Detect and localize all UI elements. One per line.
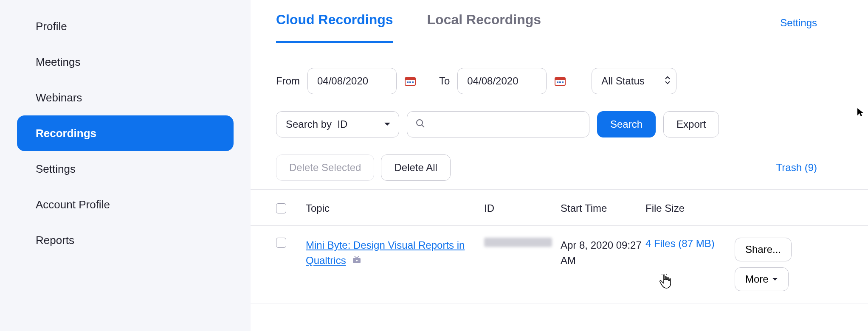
svg-rect-6 bbox=[555, 78, 565, 80]
header-start-time: Start Time bbox=[561, 202, 645, 214]
delete-all-button[interactable]: Delete All bbox=[381, 154, 450, 181]
table-header: Topic ID Start Time File Size bbox=[251, 189, 868, 226]
svg-line-15 bbox=[666, 274, 667, 275]
settings-link[interactable]: Settings bbox=[780, 4, 843, 29]
filters: From To bbox=[251, 43, 868, 137]
select-all-checkbox[interactable] bbox=[276, 203, 286, 213]
sidebar-item-recordings[interactable]: Recordings bbox=[17, 115, 234, 151]
bulk-actions-row: Delete Selected Delete All Trash (9) bbox=[251, 137, 868, 189]
sidebar: Profile Meetings Webinars Recordings Set… bbox=[0, 0, 251, 331]
recording-topic-link[interactable]: Mini Byte: Design Visual Reports in Qual… bbox=[306, 239, 465, 266]
tv-icon bbox=[352, 255, 361, 266]
sidebar-item-account-profile[interactable]: Account Profile bbox=[17, 187, 234, 222]
svg-line-11 bbox=[422, 125, 424, 127]
search-filter-row: Search Export bbox=[276, 111, 843, 137]
recording-file-size-link[interactable]: 4 Files (87 MB) bbox=[645, 238, 715, 249]
tabbar: Cloud Recordings Local Recordings Settin… bbox=[251, 4, 868, 43]
caret-down-icon bbox=[772, 278, 778, 281]
cursor-hand-icon bbox=[658, 274, 673, 292]
searchby-select-wrap bbox=[276, 111, 399, 137]
from-label: From bbox=[276, 75, 300, 87]
sidebar-item-meetings[interactable]: Meetings bbox=[17, 44, 234, 80]
export-button[interactable]: Export bbox=[663, 111, 719, 137]
search-button[interactable]: Search bbox=[597, 111, 656, 137]
tab-local-recordings[interactable]: Local Recordings bbox=[427, 4, 541, 43]
to-date-input[interactable] bbox=[457, 68, 547, 94]
delete-selected-button[interactable]: Delete Selected bbox=[276, 154, 374, 181]
main-content: Cloud Recordings Local Recordings Settin… bbox=[251, 0, 868, 331]
trash-link[interactable]: Trash (9) bbox=[776, 162, 843, 174]
more-button-label: More bbox=[745, 273, 769, 285]
cursor-arrow-icon bbox=[857, 108, 864, 119]
calendar-icon[interactable] bbox=[554, 76, 566, 86]
search-input[interactable] bbox=[407, 111, 589, 137]
svg-line-14 bbox=[662, 274, 662, 275]
sidebar-item-profile[interactable]: Profile bbox=[17, 8, 234, 44]
sidebar-item-reports[interactable]: Reports bbox=[17, 222, 234, 258]
svg-rect-7 bbox=[557, 81, 558, 83]
search-box bbox=[407, 111, 589, 137]
tab-cloud-recordings[interactable]: Cloud Recordings bbox=[276, 4, 393, 43]
svg-rect-9 bbox=[562, 81, 564, 83]
recording-start-time: Apr 8, 2020 09:27 AM bbox=[561, 238, 645, 268]
svg-rect-4 bbox=[412, 81, 414, 83]
to-label: To bbox=[439, 75, 450, 87]
sidebar-item-settings[interactable]: Settings bbox=[17, 151, 234, 187]
status-select-wrap bbox=[592, 68, 676, 94]
more-button[interactable]: More bbox=[735, 267, 789, 291]
svg-point-10 bbox=[417, 120, 423, 126]
date-filter-row: From To bbox=[276, 68, 843, 94]
table-row: Mini Byte: Design Visual Reports in Qual… bbox=[251, 226, 868, 303]
calendar-icon[interactable] bbox=[404, 76, 416, 86]
svg-rect-2 bbox=[407, 81, 409, 83]
header-file-size: File Size bbox=[645, 202, 735, 214]
recording-id-masked bbox=[484, 238, 552, 247]
header-topic: Topic bbox=[306, 202, 484, 214]
header-id: ID bbox=[484, 202, 561, 214]
from-date-input[interactable] bbox=[307, 68, 397, 94]
svg-rect-3 bbox=[409, 81, 411, 83]
status-select[interactable] bbox=[592, 68, 676, 94]
share-button[interactable]: Share... bbox=[735, 238, 792, 261]
search-icon bbox=[415, 118, 426, 130]
svg-rect-8 bbox=[559, 81, 561, 83]
svg-rect-1 bbox=[405, 78, 415, 80]
row-checkbox[interactable] bbox=[276, 238, 286, 248]
searchby-select[interactable] bbox=[276, 111, 399, 137]
sidebar-item-webinars[interactable]: Webinars bbox=[17, 80, 234, 115]
